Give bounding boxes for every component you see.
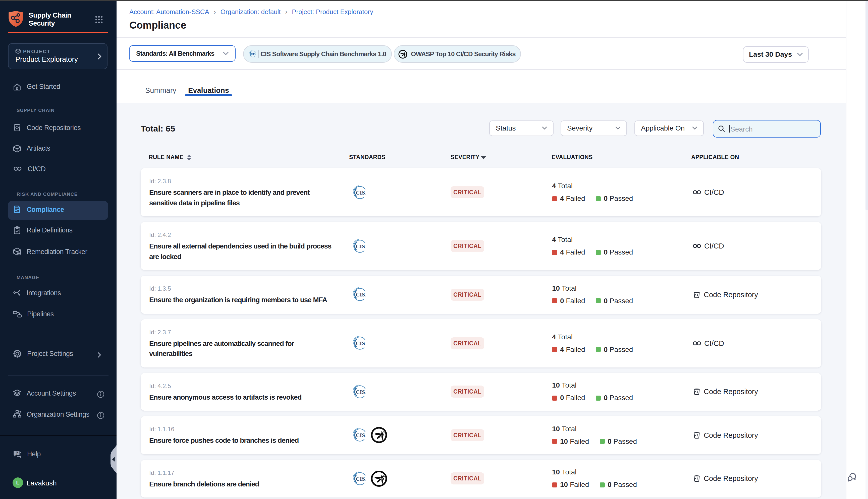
svg-text:?: ?: [15, 451, 18, 455]
svg-text:CIS: CIS: [251, 52, 255, 56]
svg-text:CIS: CIS: [356, 292, 365, 298]
svg-text:CIS: CIS: [356, 243, 365, 249]
svg-text:CIS: CIS: [356, 190, 365, 196]
svg-text:CIS: CIS: [356, 340, 365, 346]
svg-text:CIS: CIS: [356, 433, 365, 438]
svg-text:CIS: CIS: [356, 476, 365, 482]
svg-text:CIS: CIS: [356, 389, 365, 395]
